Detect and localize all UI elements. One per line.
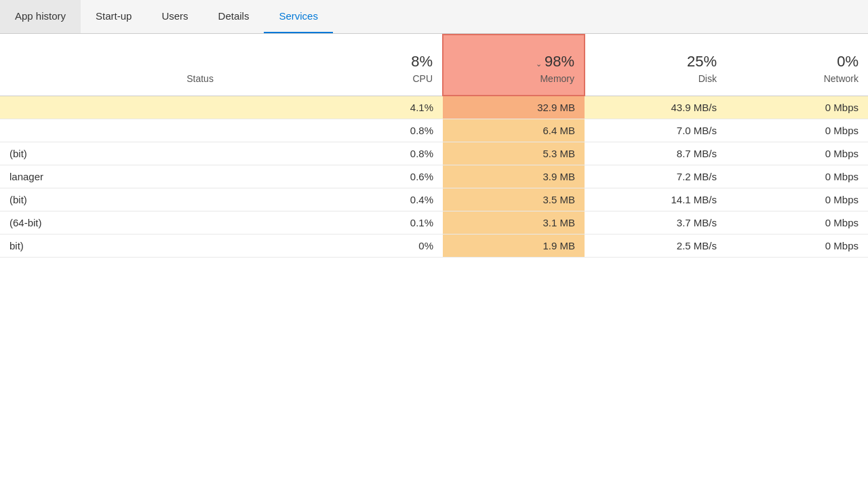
col-label-disk[interactable]: Disk bbox=[585, 72, 726, 96]
col-label-memory[interactable]: Memory bbox=[443, 72, 585, 96]
col-header-disk-pct[interactable]: 25% bbox=[585, 35, 726, 72]
cell-memory: 3.5 MB bbox=[443, 188, 585, 211]
header-row-labels: Status CPU Memory Disk Network bbox=[0, 72, 868, 96]
memory-pct-value: 98% bbox=[545, 53, 574, 70]
cell-cpu: 0.8% bbox=[336, 119, 443, 142]
cell-network: 0 Mbps bbox=[726, 235, 868, 258]
cell-name: (bit) bbox=[0, 188, 177, 211]
col-label-name bbox=[0, 72, 177, 96]
tab-details[interactable]: Details bbox=[203, 0, 264, 33]
col-header-memory-pct[interactable]: ⌄98% bbox=[443, 35, 585, 72]
cell-disk: 14.1 MB/s bbox=[585, 188, 726, 211]
cell-cpu: 4.1% bbox=[336, 96, 443, 119]
table-row[interactable]: bit)0%1.9 MB2.5 MB/s0 Mbps bbox=[0, 235, 868, 258]
table-row[interactable]: (64-bit)0.1%3.1 MB3.7 MB/s0 Mbps bbox=[0, 211, 868, 235]
tab-users[interactable]: Users bbox=[146, 0, 203, 33]
cell-status bbox=[177, 188, 336, 211]
table-row[interactable]: 0.8%6.4 MB7.0 MB/s0 Mbps bbox=[0, 119, 868, 142]
cell-cpu: 0.4% bbox=[336, 188, 443, 211]
cell-memory: 1.9 MB bbox=[443, 235, 585, 258]
tab-bar: App history Start-up Users Details Servi… bbox=[0, 0, 868, 34]
cell-name bbox=[0, 119, 177, 142]
cell-status bbox=[177, 119, 336, 142]
col-label-status[interactable]: Status bbox=[177, 72, 336, 96]
cell-disk: 3.7 MB/s bbox=[585, 211, 726, 235]
cell-memory: 6.4 MB bbox=[443, 119, 585, 142]
cell-memory: 32.9 MB bbox=[443, 96, 585, 119]
table-row[interactable]: 4.1%32.9 MB43.9 MB/s0 Mbps bbox=[0, 96, 868, 119]
cell-memory: 5.3 MB bbox=[443, 142, 585, 165]
cell-disk: 43.9 MB/s bbox=[585, 96, 726, 119]
col-label-cpu[interactable]: CPU bbox=[336, 72, 443, 96]
cell-cpu: 0.6% bbox=[336, 165, 443, 188]
col-label-network[interactable]: Network bbox=[726, 72, 868, 96]
cell-network: 0 Mbps bbox=[726, 188, 868, 211]
process-table-container: 8% ⌄98% 25% 0% Status CPU Memory Disk Ne… bbox=[0, 34, 868, 258]
cell-memory: 3.9 MB bbox=[443, 165, 585, 188]
header-row-top: 8% ⌄98% 25% 0% bbox=[0, 35, 868, 72]
col-header-status-top bbox=[177, 35, 336, 72]
cell-network: 0 Mbps bbox=[726, 142, 868, 165]
cell-status bbox=[177, 96, 336, 119]
cell-cpu: 0% bbox=[336, 235, 443, 258]
table-row[interactable]: (bit)0.4%3.5 MB14.1 MB/s0 Mbps bbox=[0, 188, 868, 211]
col-header-cpu-pct[interactable]: 8% bbox=[336, 35, 443, 72]
table-row[interactable]: (bit)0.8%5.3 MB8.7 MB/s0 Mbps bbox=[0, 142, 868, 165]
cell-name: bit) bbox=[0, 235, 177, 258]
cell-status bbox=[177, 165, 336, 188]
cell-status bbox=[177, 211, 336, 235]
cell-disk: 7.0 MB/s bbox=[585, 119, 726, 142]
cell-name bbox=[0, 96, 177, 119]
cell-memory: 3.1 MB bbox=[443, 211, 585, 235]
cell-network: 0 Mbps bbox=[726, 96, 868, 119]
cell-network: 0 Mbps bbox=[726, 119, 868, 142]
tab-services[interactable]: Services bbox=[264, 0, 333, 33]
cell-disk: 7.2 MB/s bbox=[585, 165, 726, 188]
cell-cpu: 0.8% bbox=[336, 142, 443, 165]
cell-status bbox=[177, 235, 336, 258]
cell-name: lanager bbox=[0, 165, 177, 188]
cell-disk: 2.5 MB/s bbox=[585, 235, 726, 258]
process-table: 8% ⌄98% 25% 0% Status CPU Memory Disk Ne… bbox=[0, 34, 868, 258]
tab-startup[interactable]: Start-up bbox=[81, 0, 146, 33]
cell-name: (bit) bbox=[0, 142, 177, 165]
cell-name: (64-bit) bbox=[0, 211, 177, 235]
cell-network: 0 Mbps bbox=[726, 211, 868, 235]
col-header-name bbox=[0, 35, 177, 72]
cell-network: 0 Mbps bbox=[726, 165, 868, 188]
cell-cpu: 0.1% bbox=[336, 211, 443, 235]
sort-icon: ⌄ bbox=[536, 60, 542, 68]
table-row[interactable]: lanager0.6%3.9 MB7.2 MB/s0 Mbps bbox=[0, 165, 868, 188]
cell-status bbox=[177, 142, 336, 165]
col-header-network-pct[interactable]: 0% bbox=[726, 35, 868, 72]
tab-history[interactable]: App history bbox=[0, 0, 81, 33]
cell-disk: 8.7 MB/s bbox=[585, 142, 726, 165]
